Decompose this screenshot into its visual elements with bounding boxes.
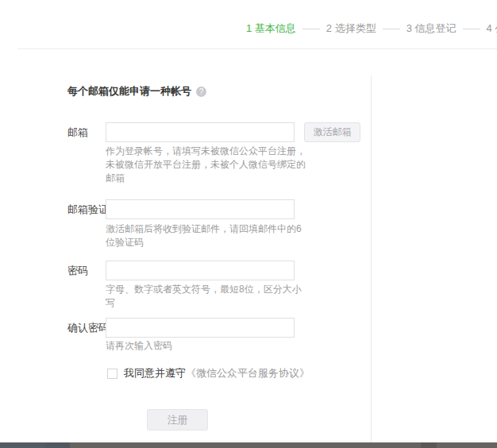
step-2-select-type: 2 选择类型 (326, 21, 376, 36)
agreement-checkbox[interactable] (107, 369, 118, 379)
password-input[interactable] (106, 261, 295, 280)
agreement-text: 我同意并遵守 (124, 366, 186, 380)
password-helper-text: 字母、数字或者英文符号，最短8位，区分大小 写 (106, 283, 302, 310)
register-button[interactable]: 注册 (147, 409, 208, 431)
confirm-password-label: 确认密码 (67, 318, 109, 338)
taskbar-edge (0, 442, 497, 448)
steps-nav: 1 基本信息 2 选择类型 3 信息登记 4 公众号信息 (246, 22, 497, 35)
taskbar-segment (70, 442, 421, 448)
step-divider (383, 29, 400, 29)
agreement-link[interactable]: 《微信公众平台服务协议》 (186, 366, 310, 380)
email-code-helper-text: 激活邮箱后将收到验证邮件，请回填邮件中的6 位验证码 (106, 222, 302, 249)
header-divider (17, 48, 497, 49)
step-4-official-account-info: 4 公众号信息 (487, 21, 497, 36)
taskbar-segment (0, 442, 45, 448)
agreement-row: 我同意并遵守 《微信公众平台服务协议》 (107, 366, 310, 380)
taskbar-segment (45, 442, 70, 448)
email-label: 邮箱 (67, 122, 88, 142)
content-right-divider (371, 75, 372, 442)
form-heading-row: 每个邮箱仅能申请一种帐号 ? (67, 84, 206, 98)
form-heading: 每个邮箱仅能申请一种帐号 (67, 84, 191, 98)
email-helper-text: 作为登录帐号，请填写未被微信公众平台注册， 未被微信开放平台注册，未被个人微信号… (106, 145, 306, 185)
help-icon[interactable]: ? (196, 87, 206, 97)
taskbar-segment (421, 442, 437, 448)
password-label: 密码 (67, 261, 88, 280)
step-divider (463, 29, 480, 29)
confirm-password-helper-text: 请再次输入密码 (106, 339, 172, 353)
activate-email-button[interactable]: 激活邮箱 (304, 122, 360, 142)
confirm-password-input[interactable] (106, 318, 295, 338)
taskbar-segment (437, 442, 497, 448)
email-input[interactable] (106, 122, 295, 142)
step-divider (302, 29, 320, 29)
registration-page: 1 基本信息 2 选择类型 3 信息登记 4 公众号信息 每个邮箱仅能申请一种帐… (0, 0, 497, 448)
step-3-info-registration: 3 信息登记 (406, 21, 457, 36)
step-1-basic-info: 1 基本信息 (246, 21, 296, 36)
email-code-input[interactable] (106, 199, 295, 219)
